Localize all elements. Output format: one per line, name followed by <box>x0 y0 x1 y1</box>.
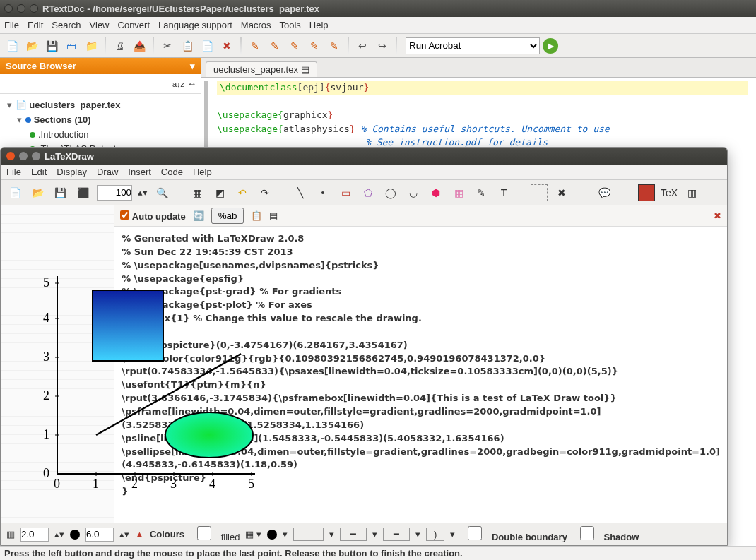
ld-new-icon[interactable]: 📄 <box>6 184 23 201</box>
wand4-icon[interactable]: ✎ <box>307 38 322 54</box>
tree-item-intro[interactable]: .Introduction <box>38 129 89 140</box>
wand3-icon[interactable]: ✎ <box>287 38 302 54</box>
print-icon[interactable]: 🖨 <box>112 38 127 54</box>
ld-bezier-icon[interactable]: ⬢ <box>427 184 444 201</box>
ld-freehand-icon[interactable]: ✎ <box>473 184 490 201</box>
ld-export-icon[interactable]: ▥ <box>683 184 700 201</box>
ld-redo-icon[interactable]: ↷ <box>256 184 273 201</box>
ld-comment-icon[interactable]: 💬 <box>596 184 613 201</box>
redo-icon[interactable]: ↪ <box>374 38 390 54</box>
menu-view[interactable]: View <box>90 20 110 30</box>
delete-icon[interactable]: ✖ <box>219 38 235 54</box>
ld-color-icon[interactable] <box>638 184 655 201</box>
ld-ellipse-icon[interactable]: ◯ <box>382 184 399 201</box>
menu-convert[interactable]: Convert <box>118 20 150 30</box>
ld-delete-icon[interactable]: ✖ <box>553 184 570 201</box>
colours-label[interactable]: Colours <box>150 529 184 540</box>
editor-tab[interactable]: ueclusters_paper.tex▤ <box>206 61 317 77</box>
ld-menu-code[interactable]: Code <box>161 167 183 177</box>
close-codepane-icon[interactable]: ✖ <box>714 210 721 221</box>
save-icon[interactable]: 💾 <box>44 38 59 54</box>
ld-grid-icon[interactable]: ▦ <box>189 184 206 201</box>
folder-icon[interactable]: 📁 <box>83 38 99 54</box>
close-icon[interactable] <box>4 4 13 13</box>
latexdraw-canvas[interactable]: 012345 012345 <box>1 205 114 523</box>
ld-save-icon[interactable]: 💾 <box>52 184 69 201</box>
minimize-icon[interactable] <box>17 4 25 13</box>
linestyle2[interactable]: ━ <box>340 528 367 541</box>
rtextdoc-menubar: File Edit Search View Convert Language s… <box>0 17 756 34</box>
ld-poly-icon[interactable]: ⬠ <box>360 184 377 201</box>
ld-menu-display[interactable]: Display <box>57 167 87 177</box>
hatch-icon[interactable]: ▥ <box>6 529 15 540</box>
undo-icon[interactable]: ↩ <box>355 38 370 54</box>
menu-search[interactable]: Search <box>52 20 81 30</box>
ab-button[interactable]: %ab <box>211 208 244 224</box>
shadow-check[interactable]: Shadow <box>573 526 639 542</box>
cut-icon[interactable]: ✂ <box>160 38 175 54</box>
ld-rect-icon[interactable]: ▭ <box>337 184 354 201</box>
double-check[interactable]: Double boundary <box>461 526 567 542</box>
autoupdate-check[interactable]: Auto update <box>120 210 185 222</box>
ld-open-icon[interactable]: 📂 <box>29 184 46 201</box>
ld-arc-icon[interactable]: ◡ <box>405 184 422 201</box>
save-all-icon[interactable]: 🗃 <box>64 38 79 54</box>
ld-tex-button[interactable]: TeX <box>661 184 678 201</box>
colours-icon[interactable]: ▲ <box>135 529 144 540</box>
ld-snap-icon[interactable]: ◩ <box>211 184 228 201</box>
corner-icon[interactable]: ) <box>426 528 444 541</box>
ld-undo-icon[interactable]: ↶ <box>234 184 251 201</box>
ld-grid2-icon[interactable]: ▦ <box>450 184 467 201</box>
menu-tools[interactable]: Tools <box>279 20 300 30</box>
sort-icon[interactable]: a↓z <box>172 80 184 88</box>
menu-file[interactable]: File <box>4 20 19 30</box>
ld-menu-draw[interactable]: Draw <box>97 167 118 177</box>
ld-select-icon[interactable] <box>531 184 548 201</box>
ld-min-icon[interactable] <box>19 152 28 160</box>
copy-icon[interactable]: 📋 <box>179 38 195 54</box>
latexdraw-menubar: File Edit Display Draw Insert Code Help <box>1 165 727 180</box>
wand2-icon[interactable]: ✎ <box>267 38 283 54</box>
refresh-icon[interactable]: 🔄 <box>193 210 204 221</box>
run-button[interactable]: ▶ <box>543 38 558 54</box>
export-icon[interactable]: 📤 <box>131 38 147 54</box>
linestyle3[interactable]: ━ <box>383 528 410 541</box>
paste-icon[interactable]: 📄 <box>199 38 215 54</box>
tree-root[interactable]: ueclusters_paper.tex <box>29 100 120 110</box>
ld-max-icon[interactable] <box>32 152 40 160</box>
ld-menu-insert[interactable]: Insert <box>128 167 151 177</box>
hatch2-icon[interactable]: ▦ ▾ <box>245 529 261 540</box>
maximize-icon[interactable] <box>30 4 38 13</box>
copy-code-icon[interactable]: 📋 <box>251 210 262 221</box>
ld-magnify-icon[interactable]: 🔍 <box>153 184 170 201</box>
sidebar-menu-icon[interactable]: ▾ <box>190 61 195 71</box>
ld-menu-edit[interactable]: Edit <box>31 167 47 177</box>
ld-line-icon[interactable]: ╲ <box>292 184 309 201</box>
ld-menu-file[interactable]: File <box>6 167 21 177</box>
ld-zoom-input[interactable] <box>97 185 132 201</box>
wand1-icon[interactable]: ✎ <box>247 38 263 54</box>
run-selector[interactable]: Run Acrobat <box>406 37 540 54</box>
ld-pdf-icon[interactable]: ⬛ <box>74 184 91 201</box>
menu-edit[interactable]: Edit <box>28 20 43 30</box>
fillcolor-icon[interactable] <box>70 530 80 540</box>
new-icon[interactable]: 📄 <box>4 38 20 54</box>
doc-icon[interactable]: ▤ <box>269 210 278 221</box>
linecolor-icon[interactable] <box>267 530 277 540</box>
ld-menu-help[interactable]: Help <box>193 167 212 177</box>
ld-close-icon[interactable] <box>6 152 15 160</box>
linestyle1[interactable]: — <box>293 528 324 541</box>
ld-text-icon[interactable]: T <box>495 184 512 201</box>
ld-dot-icon[interactable]: • <box>314 184 331 201</box>
open-icon[interactable]: 📂 <box>24 38 40 54</box>
wand5-icon[interactable]: ✎ <box>326 38 342 54</box>
linewidth-input[interactable] <box>20 528 49 542</box>
filled-check[interactable]: filled <box>190 526 240 542</box>
collapse-icon[interactable]: ↔ <box>187 78 196 89</box>
tree-sections[interactable]: Sections (10) <box>34 114 91 125</box>
menu-macros[interactable]: Macros <box>241 20 271 30</box>
menu-help[interactable]: Help <box>309 20 329 30</box>
size-input[interactable] <box>85 528 114 542</box>
ld-zoom-spin[interactable]: ▴▾ <box>138 187 148 198</box>
menu-language[interactable]: Language support <box>158 20 232 30</box>
